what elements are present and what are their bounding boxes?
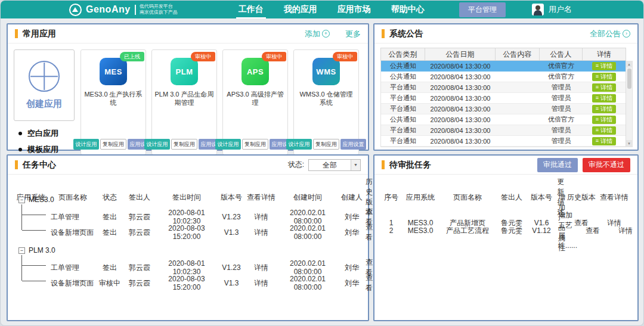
list-icon: ≡ (596, 85, 599, 90)
col-publisher: 公告人 (540, 48, 583, 60)
detail-link[interactable]: 详情 (245, 263, 277, 273)
announcement-detail-button[interactable]: ≡ 详情 (592, 83, 616, 92)
all-announcements-link[interactable]: 全部公告 › (590, 29, 630, 39)
announcements-table-header: 公告类别 公告日期 公告内容 公告人 详情 (380, 48, 626, 61)
main-nav: 工作台我的应用应用市场帮助中心 (237, 2, 426, 17)
announcement-date: 2020/08/04 13:30:00 (425, 63, 496, 70)
history-link[interactable]: 查看 (577, 226, 608, 236)
collapse-icon[interactable]: − (18, 197, 25, 203)
checkout-by: 郭云霞 (123, 228, 156, 238)
app-card[interactable]: 审核中 PLM PLM 3.0 产品生命周期管理 设计应用 复制应用 应用设置 (151, 49, 217, 155)
nav-item[interactable]: 应用市场 (336, 2, 372, 17)
announcements-table-body: 公共通知 2020/08/04 13:30:00 优倍官方 ≡ 详情 (380, 61, 633, 147)
checkout-time: 2020-08-03 15:20:00 (156, 275, 218, 291)
announcement-detail-button[interactable]: ≡ 详情 (592, 116, 616, 124)
announcement-row[interactable]: 平台通知 2020/08/04 13:30:00 管理员 ≡ 详情 (381, 136, 626, 147)
copy-app-button[interactable]: 复制应用 (171, 139, 197, 150)
design-app-button[interactable]: 设计应用 (144, 139, 170, 150)
more-link[interactable]: 更多 (345, 29, 361, 39)
announcement-publisher: 管理员 (540, 83, 583, 92)
task-group-row[interactable]: − PLM 3.0 (13, 243, 363, 257)
status-select-value: 全部 (309, 160, 351, 170)
announcement-detail-button[interactable]: ≡ 详情 (592, 62, 616, 70)
detail-link[interactable]: 详情 (245, 228, 277, 238)
add-app-label: 添加 (305, 29, 320, 39)
history-link[interactable]: 查看 (366, 273, 373, 293)
announcement-rows: 公共通知 2020/08/04 13:30:00 优倍官方 ≡ 详情 (381, 61, 626, 147)
announcement-row[interactable]: 公共通知 2020/08/04 13:30:00 优倍官方 ≡ 详情 (381, 72, 626, 82)
all-announcements-label: 全部公告 (590, 29, 621, 39)
creator: 刘华 (338, 228, 366, 238)
reject-button[interactable]: 审批不通过 (583, 158, 630, 172)
copy-app-button[interactable]: 复制应用 (242, 139, 268, 150)
system-name: MES3.0 (29, 195, 54, 204)
nav-item[interactable]: 帮助中心 (390, 2, 426, 17)
checkout-time: 2020-08-03 15:20:00 (156, 224, 218, 241)
design-app-button[interactable]: 设计应用 (73, 139, 99, 150)
history-link[interactable]: 查看 (366, 222, 373, 243)
row-number: 1 (380, 219, 402, 227)
announcement-row[interactable]: 平台通知 2020/08/04 13:30:00 管理员 ≡ 详情 (381, 104, 626, 114)
page-name: 工单管理 (13, 263, 96, 273)
approvals-panel: 待审批任务 审批通过 审批不通过 序号 应用系统 页面名称 签出人 版本号 更新… (373, 154, 639, 321)
app-name: PLM 3.0 产品生命周期管理 (154, 90, 214, 107)
detail-link[interactable]: 详情 (245, 278, 277, 288)
created-time: 2020.02.01 08:00:00 (277, 224, 338, 241)
user-avatar-icon[interactable] (532, 4, 544, 15)
app-card[interactable]: 审核中 WMS WMS3.0 仓储管理系统 设计应用 复制应用 应用设置 (293, 49, 359, 155)
list-icon: ≡ (596, 138, 599, 144)
nav-item[interactable]: 我的应用 (283, 2, 318, 17)
scroll-down-icon[interactable]: ▼ (626, 140, 632, 147)
version: V1.6 (527, 219, 556, 227)
design-app-button[interactable]: 设计应用 (215, 139, 241, 150)
app-card[interactable]: 已上线 MES MES3.0 生产执行系统 设计应用 复制应用 应用设置 (80, 49, 146, 155)
version: V1.12 (527, 226, 556, 235)
create-option[interactable]: 空白应用 (18, 128, 75, 139)
task-status: 审核中 (96, 278, 123, 288)
add-app-link[interactable]: 添加 + (305, 29, 330, 39)
app-icon: APS (242, 58, 269, 85)
task-row: 工单管理 签出 郭云霞 2020-08-01 10:02:30 V1.23 详情… (13, 257, 363, 273)
task-rows: 工单管理 签出 郭云霞 2020-08-01 10:02:30 V1.23 详情… (13, 207, 363, 238)
scroll-up-icon[interactable]: ▲ (626, 61, 632, 67)
announcement-row[interactable]: 平台通知 2020/08/04 13:30:00 管理员 ≡ 详情 (381, 82, 626, 93)
chevron-down-icon[interactable]: ▼ (351, 160, 360, 170)
announcement-publisher: 管理员 (540, 136, 583, 145)
detail-link[interactable]: 详情 (245, 212, 277, 222)
collapse-icon[interactable]: − (18, 247, 25, 254)
announcement-row[interactable]: 平台通知 2020/08/04 13:30:00 管理员 ≡ 详情 (381, 93, 626, 104)
platform-admin-button[interactable]: 平台管理 (459, 2, 506, 17)
announcement-row[interactable]: 平台通知 2020/08/04 13:30:00 管理员 ≡ 详情 (381, 125, 626, 136)
announcement-detail-button[interactable]: ≡ 详情 (592, 94, 616, 103)
app-card[interactable]: 审核中 APS APS3.0 高级排产管理 设计应用 复制应用 应用设置 (222, 49, 288, 155)
announcement-publisher: 优倍官方 (540, 72, 583, 81)
announcement-detail-button[interactable]: ≡ 详情 (592, 73, 616, 81)
page-name: 产品工艺流程 (439, 226, 496, 236)
approve-button[interactable]: 审批通过 (537, 158, 578, 172)
design-app-button[interactable]: 设计应用 (286, 139, 312, 150)
copy-app-button[interactable]: 复制应用 (100, 139, 126, 150)
panel-title: 常用应用 (23, 29, 56, 39)
announcement-detail-button[interactable]: ≡ 详情 (592, 137, 616, 145)
create-option[interactable]: 模板应用 (18, 144, 75, 155)
status-select[interactable]: 全部 ▼ (308, 159, 361, 171)
nav-item[interactable]: 工作台 (237, 2, 265, 17)
announcement-row[interactable]: 公共通知 2020/08/04 13:30:00 优倍官方 ≡ 详情 (381, 114, 626, 125)
user-menu[interactable]: 用户名 (532, 4, 572, 15)
announcement-row[interactable]: 公共通知 2020/08/04 13:30:00 优倍官方 ≡ 详情 (381, 61, 626, 72)
copy-app-button[interactable]: 复制应用 (313, 139, 339, 150)
top-header: GenoAny 低代码开发平台 南京优倍旗下产品 工作台我的应用应用市场帮助中心… (1, 1, 643, 18)
announcement-date: 2020/08/04 13:30:00 (425, 105, 496, 113)
list-icon: ≡ (596, 117, 599, 122)
create-app-card[interactable]: 创建应用 (14, 49, 75, 121)
app-settings-button[interactable]: 应用设置 (340, 139, 366, 150)
col-date: 公告日期 (425, 48, 496, 60)
announcement-detail-button[interactable]: ≡ 详情 (592, 105, 616, 113)
announcement-detail-button[interactable]: ≡ 详情 (592, 126, 616, 135)
detail-link[interactable]: 详情 (608, 226, 643, 236)
status-badge: 审核中 (191, 52, 215, 61)
table-scrollbar[interactable]: ▲ ▼ (626, 61, 632, 147)
checkout-by: 郭云霞 (123, 278, 156, 288)
scrollbar-thumb[interactable] (627, 69, 631, 89)
announcement-publisher: 管理员 (540, 104, 583, 113)
